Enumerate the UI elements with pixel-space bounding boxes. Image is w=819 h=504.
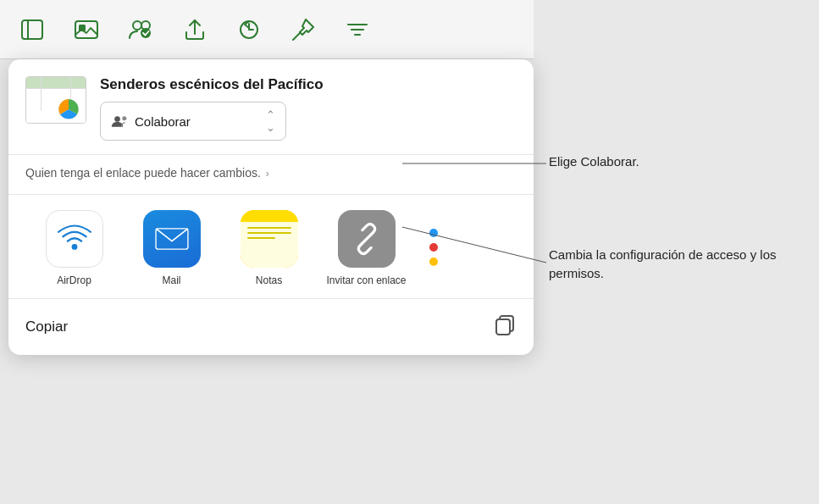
chevron-right-icon: ›: [266, 168, 269, 180]
notes-body: [241, 222, 298, 268]
svg-point-15: [71, 244, 77, 250]
svg-line-8: [293, 33, 300, 40]
app-item-airdrop[interactable]: AirDrop: [25, 210, 123, 288]
invite-icon-container: [338, 210, 396, 268]
collaborate-label: Colaborar: [135, 114, 259, 129]
permissions-text: Quien tenga el enlace puede hacer cambio…: [25, 165, 261, 182]
doc-header: Senderos escénicos del Pacífico Colabora…: [8, 59, 534, 155]
doc-thumbnail: [25, 76, 86, 124]
callout-colaborar: Elige Colaborar.: [549, 154, 639, 169]
pin-icon[interactable]: [288, 14, 318, 45]
undo-icon[interactable]: [234, 14, 264, 45]
people-icon: [111, 114, 128, 128]
svg-point-14: [122, 117, 126, 121]
mail-label: Mail: [162, 274, 180, 288]
more-apps-column: [415, 210, 449, 266]
app-item-notes[interactable]: Notas: [220, 210, 318, 288]
svg-point-4: [133, 21, 141, 30]
sidebar-icon[interactable]: [17, 14, 47, 45]
doc-title: Senderos escénicos del Pacífico: [100, 76, 517, 93]
callout-permisos: Cambia la configuración de acceso y los …: [549, 246, 803, 283]
chevron-updown-icon: ⌃⌄: [266, 108, 275, 134]
svg-rect-2: [75, 21, 97, 38]
notes-label: Notas: [256, 274, 282, 288]
notes-line-3: [247, 237, 276, 239]
share-icon[interactable]: [180, 14, 210, 45]
mail-envelope-icon: [152, 219, 191, 258]
svg-point-13: [114, 117, 120, 123]
permissions-row[interactable]: Quien tenga el enlace puede hacer cambio…: [8, 155, 534, 195]
copy-row[interactable]: Copiar: [8, 299, 534, 355]
dot-red: [429, 243, 438, 252]
filter-icon[interactable]: [342, 14, 373, 45]
invite-link-icon: [348, 220, 385, 258]
copy-label: Copiar: [25, 318, 68, 335]
notes-yellow-header: [241, 210, 298, 222]
notes-line-2: [247, 232, 291, 234]
airdrop-icon-container: [46, 210, 103, 268]
notes-line-1: [247, 227, 291, 229]
svg-line-17: [362, 235, 370, 243]
toolbar: [0, 0, 534, 59]
app-item-invite[interactable]: Invitar con enlace: [318, 210, 415, 288]
app-item-mail[interactable]: Mail: [123, 210, 220, 288]
callout-permisos-text: Cambia la configuración de acceso y los …: [549, 247, 776, 280]
collaborate-check-icon[interactable]: [125, 14, 156, 45]
dot-yellow: [429, 258, 438, 266]
collaborate-dropdown[interactable]: Colaborar ⌃⌄: [100, 102, 286, 141]
airdrop-label: AirDrop: [57, 274, 91, 288]
invite-label: Invitar con enlace: [326, 274, 406, 288]
media-icon[interactable]: [71, 14, 102, 45]
svg-point-6: [141, 28, 151, 38]
callout-colaborar-text: Elige Colaborar.: [549, 154, 639, 169]
airdrop-wifi-icon: [55, 219, 94, 258]
dots-column: [429, 217, 438, 266]
apps-section: AirDrop Mail Notas: [8, 195, 534, 299]
mail-icon-container: [143, 210, 201, 268]
dot-blue: [429, 229, 438, 237]
share-panel: Senderos escénicos del Pacífico Colabora…: [8, 59, 534, 355]
copy-icon: [493, 313, 517, 341]
notes-icon-container: [241, 210, 298, 268]
svg-rect-19: [496, 319, 510, 335]
svg-rect-0: [22, 20, 42, 39]
doc-info: Senderos escénicos del Pacífico Colabora…: [100, 76, 517, 141]
